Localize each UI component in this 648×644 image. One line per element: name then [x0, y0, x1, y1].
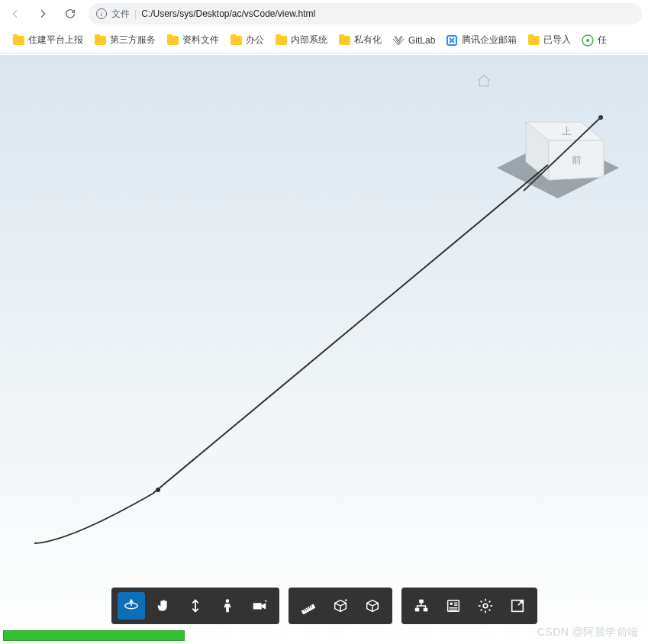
bookmark-item[interactable]: 办公 — [230, 34, 264, 47]
svg-rect-13 — [253, 603, 261, 609]
svg-line-37 — [480, 601, 482, 603]
fullscreen-button[interactable] — [504, 592, 531, 620]
bookmark-item[interactable]: GitLab — [392, 34, 435, 47]
info-icon: i — [96, 8, 107, 19]
bookmark-label: 腾讯企业邮箱 — [462, 34, 517, 47]
camera-button[interactable] — [246, 592, 273, 620]
browser-chrome: i 文件 | C:/Users/sys/Desktop/ac/vsCode/vi… — [0, 0, 648, 53]
folder-icon — [94, 34, 106, 47]
cube-icon — [364, 597, 381, 614]
arrow-right-icon — [37, 8, 49, 20]
folder-icon — [12, 34, 24, 47]
svg-rect-23 — [419, 600, 424, 604]
progress-fill — [4, 631, 184, 640]
url-separator: | — [134, 8, 137, 19]
gear-icon — [477, 597, 494, 614]
svg-point-27 — [450, 602, 453, 605]
bookmark-label: 已导入 — [543, 34, 571, 47]
bookmark-item[interactable]: 私有化 — [338, 34, 382, 47]
app-icon — [582, 34, 594, 47]
url-path: C:/Users/sys/Desktop/ac/vsCode/view.html — [141, 8, 315, 19]
bookmark-label: 住建平台上报 — [28, 34, 83, 47]
bookmark-label: 资料文件 — [182, 34, 219, 47]
view-cube[interactable]: 上 前 — [489, 84, 627, 206]
svg-marker-15 — [264, 601, 266, 603]
progress-bar — [3, 630, 185, 641]
svg-point-9 — [156, 488, 160, 492]
camera-icon — [251, 597, 268, 614]
hand-icon — [155, 597, 172, 614]
cube-top-label: 上 — [562, 125, 572, 137]
svg-marker-22 — [344, 599, 347, 601]
pan-button[interactable] — [150, 592, 177, 620]
bookmark-label: 私有化 — [354, 34, 382, 47]
folder-icon — [527, 34, 540, 47]
fullscreen-icon — [509, 597, 526, 614]
section-icon — [332, 597, 349, 614]
svg-line-40 — [488, 601, 490, 603]
bookmarks-bar: 住建平台上报 第三方服务 资料文件 办公 内部系统 私有化 GitLab 腾讯企… — [0, 27, 648, 53]
svg-rect-24 — [414, 608, 419, 612]
folder-icon — [338, 34, 350, 47]
properties-button[interactable] — [440, 592, 467, 620]
svg-marker-14 — [261, 603, 266, 609]
back-button[interactable] — [6, 5, 24, 23]
folder-icon — [166, 34, 179, 47]
tool-group-analyze — [289, 588, 392, 624]
viewer-canvas[interactable]: 上 前 — [0, 55, 648, 644]
nav-row: i 文件 | C:/Users/sys/Desktop/ac/vsCode/vi… — [0, 0, 648, 27]
bookmark-item[interactable]: 任 — [582, 34, 607, 47]
bookmark-item[interactable]: 住建平台上报 — [12, 34, 83, 47]
orbit-button[interactable] — [118, 592, 145, 620]
person-icon — [219, 597, 236, 614]
bookmark-label: 第三方服务 — [110, 34, 156, 47]
watermark: CSDN @阿晨学前端 — [537, 626, 639, 639]
svg-point-2 — [586, 39, 589, 42]
folder-icon — [230, 34, 242, 47]
svg-line-38 — [488, 610, 490, 611]
viewer-toolbar — [0, 588, 648, 624]
address-bar[interactable]: i 文件 | C:/Users/sys/Desktop/ac/vsCode/vi… — [89, 3, 642, 24]
explode-button[interactable] — [359, 592, 386, 620]
reload-button[interactable] — [61, 5, 79, 23]
svg-point-12 — [225, 599, 229, 603]
svg-marker-11 — [129, 599, 134, 603]
ruler-icon — [300, 597, 317, 614]
folder-icon — [275, 34, 287, 47]
tool-group-panels — [401, 588, 537, 624]
zoom-icon — [187, 597, 204, 614]
bookmark-item[interactable]: 第三方服务 — [94, 34, 156, 47]
section-button[interactable] — [327, 592, 354, 620]
forward-button[interactable] — [34, 5, 52, 23]
bookmark-label: 任 — [598, 34, 607, 47]
svg-line-39 — [480, 610, 482, 611]
gitlab-icon — [392, 34, 405, 47]
bookmark-label: 内部系统 — [291, 34, 327, 47]
bookmark-item[interactable]: 已导入 — [527, 34, 571, 47]
bookmark-label: 办公 — [246, 34, 264, 47]
arrow-left-icon — [9, 8, 21, 20]
tree-icon — [413, 597, 430, 614]
bookmark-label: GitLab — [408, 35, 435, 46]
orbit-icon — [123, 597, 140, 614]
url-prefix: 文件 — [111, 8, 130, 21]
dcloud-icon — [446, 34, 458, 47]
cube-front-label: 前 — [572, 154, 582, 166]
tool-group-nav — [111, 588, 279, 624]
zoom-button[interactable] — [182, 592, 209, 620]
settings-button[interactable] — [472, 592, 499, 620]
bookmark-item[interactable]: 资料文件 — [166, 34, 219, 47]
measure-button[interactable] — [295, 592, 322, 620]
bookmark-item[interactable]: 内部系统 — [275, 34, 327, 47]
reload-icon — [64, 8, 76, 20]
bookmark-item[interactable]: 腾讯企业邮箱 — [446, 34, 517, 47]
svg-rect-25 — [423, 608, 427, 612]
walk-button[interactable] — [214, 592, 241, 620]
properties-icon — [445, 597, 462, 614]
svg-point-8 — [598, 115, 603, 120]
model-tree-button[interactable] — [408, 592, 435, 620]
view-cube-icon: 上 前 — [489, 84, 627, 206]
